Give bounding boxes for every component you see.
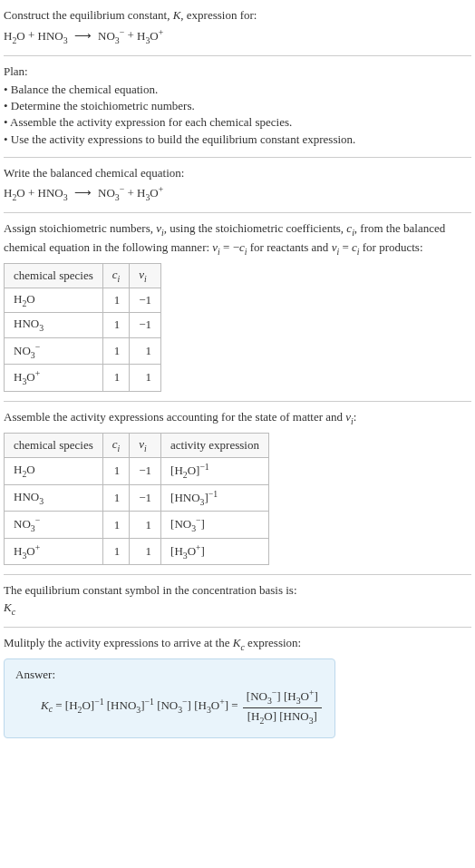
- table-row: NO3−11[NO3−]: [5, 512, 269, 539]
- table-header-row: chemical species ci νi: [5, 263, 161, 288]
- col-nui: νi: [130, 263, 161, 288]
- table-row: HNO31−1: [5, 313, 161, 337]
- table-row: H2O1−1[H2O]−1: [5, 458, 269, 485]
- answer-expression: Kc = [H2O]−1 [HNO3]−1 [NO3−] [H3O+] = [N…: [15, 687, 324, 727]
- table-row: NO3−11: [5, 337, 161, 365]
- col-species: chemical species: [5, 433, 103, 457]
- product-h3o: H3O+: [137, 29, 163, 43]
- col-nui: νi: [130, 433, 161, 457]
- reactant-hno3: HNO3: [38, 186, 68, 200]
- answer-section: Mulitply the activity expressions to arr…: [4, 628, 471, 747]
- fraction: [NO3−] [H3O+][H2O] [HNO3]: [243, 687, 322, 727]
- col-ci: ci: [102, 263, 130, 288]
- col-ci: ci: [102, 433, 130, 457]
- balanced-label: Write the balanced chemical equation:: [4, 165, 471, 181]
- plan-item: Determine the stoichiometric numbers.: [4, 98, 471, 114]
- answer-box: Answer: Kc = [H2O]−1 [HNO3]−1 [NO3−] [H3…: [4, 658, 335, 738]
- plan-item: Use the activity expressions to build th…: [4, 132, 471, 148]
- reactant-h2o: H2O: [4, 29, 25, 43]
- plan-item: Balance the chemical equation.: [4, 82, 471, 98]
- plan-section: Plan: Balance the chemical equation. Det…: [4, 56, 471, 158]
- plan-list: Balance the chemical equation. Determine…: [4, 82, 471, 148]
- reactant-h2o: H2O: [4, 186, 25, 200]
- table-row: H2O1−1: [5, 288, 161, 313]
- intro-section: Construct the equilibrium constant, K, e…: [4, 7, 471, 56]
- product-no3: NO3−: [98, 29, 124, 43]
- multiply-text: Mulitply the activity expressions to arr…: [4, 635, 471, 653]
- table-header-row: chemical species ci νi activity expressi…: [5, 433, 269, 457]
- product-no3: NO3−: [98, 186, 124, 200]
- table-row: HNO31−1[HNO3]−1: [5, 484, 269, 512]
- plus: +: [25, 29, 38, 43]
- balanced-section: Write the balanced chemical equation: H2…: [4, 158, 471, 214]
- plus: +: [124, 29, 137, 43]
- plan-title: Plan:: [4, 63, 471, 80]
- product-h3o: H3O+: [137, 186, 163, 200]
- equation-1: H2O + HNO3 ⟶ NO3− + H3O+: [4, 25, 471, 46]
- equation-2: H2O + HNO3 ⟶ NO3− + H3O+: [4, 183, 471, 204]
- kc-symbol: Kc: [4, 600, 471, 618]
- stoich-text: Assign stoichiometric numbers, νi, using…: [4, 220, 471, 257]
- stoich-section: Assign stoichiometric numbers, νi, using…: [4, 213, 471, 401]
- activity-table: chemical species ci νi activity expressi…: [4, 433, 269, 565]
- arrow-icon: ⟶: [74, 28, 92, 44]
- intro-post: , expression for:: [180, 8, 257, 22]
- col-activity: activity expression: [161, 433, 269, 457]
- intro-line: Construct the equilibrium constant, K, e…: [4, 7, 471, 24]
- kc-symbol-text: The equilibrium constant symbol in the c…: [4, 582, 471, 599]
- col-species: chemical species: [5, 263, 103, 288]
- intro-pre: Construct the equilibrium constant,: [4, 8, 173, 22]
- table-row: H3O+11: [5, 365, 161, 392]
- stoich-table: chemical species ci νi H2O1−1 HNO31−1 NO…: [4, 263, 161, 392]
- arrow-icon: ⟶: [74, 185, 92, 201]
- activity-text: Assemble the activity expressions accoun…: [4, 409, 471, 427]
- table-row: H3O+11[H3O+]: [5, 538, 269, 565]
- answer-label: Answer:: [15, 667, 324, 683]
- activity-section: Assemble the activity expressions accoun…: [4, 402, 471, 576]
- reactant-hno3: HNO3: [38, 29, 68, 43]
- plan-item: Assemble the activity expression for eac…: [4, 114, 471, 131]
- kc-symbol-section: The equilibrium constant symbol in the c…: [4, 575, 471, 627]
